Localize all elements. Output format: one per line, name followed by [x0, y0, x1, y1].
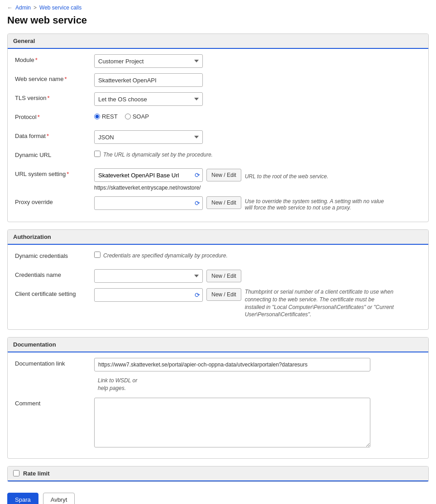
client-certificate-input-wrap: ⟳	[94, 288, 203, 302]
client-certificate-hint: Thumbprint or serial number of a client …	[245, 288, 394, 319]
credentials-name-row: Credentials name New / Edit	[15, 269, 421, 283]
protocol-soap-text: SOAP	[133, 113, 149, 120]
breadcrumb-current: Web service calls	[39, 5, 81, 11]
rate-limit-checkbox[interactable]	[13, 470, 19, 476]
protocol-row: Protocol* REST SOAP	[15, 111, 421, 125]
documentation-section-body: Documentation link Link to WSDL or help …	[8, 352, 428, 458]
rate-limit-section: Rate limit	[7, 466, 429, 482]
authorization-section-header: Authorization	[8, 230, 428, 245]
client-certificate-control: ⟳ New / Edit Thumbprint or serial number…	[94, 288, 421, 319]
credentials-name-select[interactable]	[94, 269, 203, 283]
doc-link-hint: Link to WSDL or help pages.	[94, 375, 144, 392]
proxy-override-input-wrap: ⟳	[94, 196, 203, 210]
dynamic-url-control: The URL is dynamically set by the proced…	[94, 149, 421, 158]
doc-link-input[interactable]	[94, 358, 370, 371]
url-system-setting-new-edit-btn[interactable]: New / Edit	[206, 169, 241, 181]
dynamic-url-label: Dynamic URL	[15, 149, 94, 158]
module-row: Module* Customer Project	[15, 54, 421, 68]
general-section-header: General	[8, 34, 428, 49]
web-service-name-control	[94, 73, 421, 87]
general-section: General Module* Customer Project Web ser…	[7, 33, 429, 222]
dynamic-credentials-checkbox[interactable]	[94, 252, 101, 258]
doc-link-label: Documentation link	[15, 358, 94, 367]
credentials-name-label: Credentials name	[15, 269, 94, 278]
protocol-soap-label[interactable]: SOAP	[125, 113, 149, 120]
module-select[interactable]: Customer Project	[94, 54, 203, 68]
dynamic-url-checkbox[interactable]	[94, 151, 101, 157]
url-system-setting-control: ⟳ New / Edit URL to the root of the web …	[94, 168, 328, 182]
url-system-setting-label: URL system setting*	[15, 168, 94, 177]
credentials-name-new-edit-btn[interactable]: New / Edit	[206, 270, 241, 282]
data-format-label: Data format*	[15, 130, 94, 139]
proxy-override-control: ⟳ New / Edit Use to override the system …	[94, 196, 421, 211]
tls-version-select[interactable]: Let the OS choose TLS 1.2 TLS 1.3	[94, 92, 203, 106]
credentials-name-select-wrap	[94, 269, 203, 283]
back-arrow-icon[interactable]: ←	[7, 5, 13, 11]
breadcrumb-separator: >	[34, 5, 37, 11]
proxy-override-row: Proxy override ⟳ New / Edit Use to overr…	[15, 196, 421, 211]
url-system-setting-row: URL system setting* ⟳ New / Edit URL to …	[15, 168, 421, 191]
comment-textarea[interactable]	[94, 398, 370, 447]
authorization-section: Authorization Dynamic credentials Creden…	[7, 229, 429, 330]
protocol-rest-text: REST	[102, 113, 118, 120]
footer-buttons: Spara Avbryt	[0, 489, 436, 504]
dynamic-credentials-control: Credentials are specified dynamically by…	[94, 250, 421, 259]
dynamic-url-hint: The URL is dynamically set by the proced…	[103, 149, 213, 158]
general-section-body: Module* Customer Project Web service nam…	[8, 49, 428, 222]
breadcrumb: ← Admin > Web service calls	[0, 0, 436, 13]
tls-version-label: TLS version*	[15, 92, 94, 101]
url-system-setting-input-wrap: ⟳	[94, 168, 203, 182]
authorization-section-body: Dynamic credentials Credentials are spec…	[8, 245, 428, 329]
credentials-name-control: New / Edit	[94, 269, 421, 283]
web-service-name-row: Web service name*	[15, 73, 421, 87]
url-system-setting-input[interactable]	[94, 168, 203, 182]
web-service-name-label: Web service name*	[15, 73, 94, 82]
cancel-button[interactable]: Avbryt	[43, 493, 75, 504]
dynamic-url-checkbox-row: The URL is dynamically set by the proced…	[94, 149, 213, 158]
dynamic-credentials-label: Dynamic credentials	[15, 250, 94, 259]
client-certificate-input[interactable]	[94, 288, 203, 302]
tls-version-row: TLS version* Let the OS choose TLS 1.2 T…	[15, 92, 421, 106]
module-label: Module*	[15, 54, 94, 63]
dynamic-credentials-hint: Credentials are specified dynamically by…	[103, 250, 228, 259]
proxy-override-hint: Use to override the system setting. A se…	[245, 196, 390, 211]
client-certificate-new-edit-btn[interactable]: New / Edit	[206, 288, 241, 301]
data-format-control: JSON XML	[94, 130, 421, 144]
protocol-control: REST SOAP	[94, 111, 421, 120]
url-system-setting-hint: URL to the root of the web service.	[245, 171, 329, 180]
save-button[interactable]: Spara	[7, 493, 38, 504]
protocol-radio-group: REST SOAP	[94, 111, 149, 120]
proxy-override-new-edit-btn[interactable]: New / Edit	[206, 196, 241, 209]
doc-link-row: Documentation link Link to WSDL or help …	[15, 358, 421, 392]
doc-link-control: Link to WSDL or help pages.	[94, 358, 421, 392]
module-control: Customer Project	[94, 54, 421, 68]
client-certificate-row: Client certificate setting ⟳ New / Edit …	[15, 288, 421, 319]
breadcrumb-admin-link[interactable]: Admin	[15, 5, 31, 11]
client-certificate-label: Client certificate setting	[15, 288, 94, 297]
tls-version-control: Let the OS choose TLS 1.2 TLS 1.3	[94, 92, 421, 106]
protocol-rest-label[interactable]: REST	[94, 113, 118, 120]
comment-label: Comment	[15, 398, 94, 407]
dynamic-credentials-row: Dynamic credentials Credentials are spec…	[15, 250, 421, 264]
url-system-setting-url-value: https://skatteverket.entryscape.net/rows…	[94, 183, 201, 191]
dynamic-credentials-checkbox-row: Credentials are specified dynamically by…	[94, 250, 228, 259]
protocol-label: Protocol*	[15, 111, 94, 120]
proxy-override-input[interactable]	[94, 196, 203, 210]
protocol-soap-radio[interactable]	[125, 114, 131, 119]
protocol-rest-radio[interactable]	[94, 114, 100, 119]
data-format-select[interactable]: JSON XML	[94, 130, 203, 144]
documentation-section-header: Documentation	[8, 338, 428, 352]
proxy-override-label: Proxy override	[15, 196, 94, 205]
data-format-row: Data format* JSON XML	[15, 130, 421, 144]
documentation-section: Documentation Documentation link Link to…	[7, 337, 429, 459]
page-title: New web service	[0, 13, 436, 33]
dynamic-url-row: Dynamic URL The URL is dynamically set b…	[15, 149, 421, 163]
comment-control	[94, 398, 421, 447]
web-service-name-input[interactable]	[94, 73, 203, 87]
rate-limit-header: Rate limit	[8, 466, 428, 481]
rate-limit-header-label: Rate limit	[23, 470, 50, 477]
comment-row: Comment	[15, 398, 421, 447]
